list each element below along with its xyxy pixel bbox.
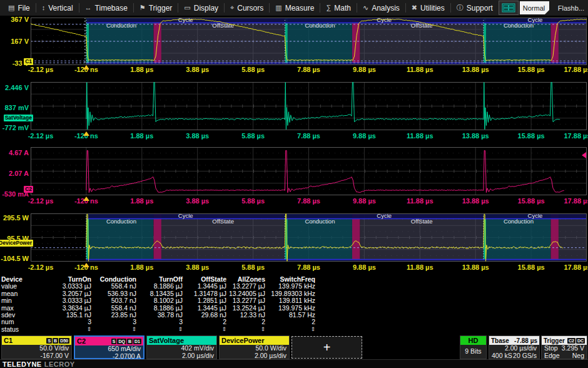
menu-item-vertical[interactable]: ↕Vertical (36, 0, 79, 16)
descriptor-tbase-box[interactable]: Tbase-7.88 µs2.00 µs/div400 kS20 GS/s (489, 335, 540, 359)
x-tick-label: 3.88 µs (176, 263, 220, 272)
display-mode-dropdown[interactable]: Normal (520, 1, 549, 14)
menu-item-file[interactable]: ▤File (3, 0, 36, 16)
hd-bits: 9 Bits (460, 348, 486, 355)
trigger-time-marker[interactable] (83, 197, 89, 201)
svg-text:Cycle: Cycle (178, 213, 193, 219)
table-cell: 38.78 nJ (136, 312, 183, 319)
x-tick-label: 1.88 µs (120, 66, 164, 74)
menu-item-label: Timebase (95, 4, 128, 13)
menu-items: ▤File↕Vertical↔Timebase⚑Trigger▭Display⌖… (0, 0, 499, 16)
menu-item-timebase[interactable]: ↔Timebase (79, 0, 133, 16)
menu-item-label: Trigger (149, 4, 173, 13)
display-mode-value: Normal (523, 4, 545, 12)
menu-item-trigger[interactable]: ⚑Trigger (134, 0, 178, 16)
menu-item-measure[interactable]: ▥Measure (270, 0, 320, 16)
x-tick-label: 11.88 µs (398, 132, 442, 140)
waveform-panel-c1[interactable]: CycleConductionOffStateCycleConductionOf… (31, 18, 587, 65)
channel-tag-c2[interactable]: C2 (24, 186, 33, 193)
x-tick-label: 7.88 µs (287, 263, 331, 272)
tbase-header: Tbase-7.88 µs (489, 336, 539, 345)
add-trace-button[interactable]: + (291, 336, 362, 359)
descriptor-trigger-box[interactable]: TriggerC2DCStop3.295 VEdgeNeg (541, 335, 587, 359)
svg-text:Conduction: Conduction (305, 22, 335, 29)
x-tick-label: 9.88 µs (342, 132, 386, 140)
y-tick-label: 295.5 W (0, 215, 29, 221)
descriptor-value: 2.00 µs/div (147, 352, 216, 360)
math-icon: ∑ (326, 4, 331, 11)
trigger-time-marker[interactable] (83, 65, 89, 69)
waveform-panel-devicepower[interactable]: CycleConductionOffStateCycleConductionOf… (31, 213, 587, 262)
x-axis-row-c2: -2.12 µs-120 ns1.88 µs3.88 µs5.88 µs7.88… (0, 197, 588, 205)
channel-tag-satvoltage[interactable]: SatVoltage (4, 115, 33, 121)
table-cell: 503.7 nJ (91, 297, 136, 304)
channel-tag-c1[interactable]: C1 (24, 58, 33, 65)
utilities-icon: ✖ (412, 4, 417, 11)
descriptor-hd-box[interactable]: HD9 Bits (460, 335, 487, 359)
row-label: min (1, 297, 38, 304)
menu-item-display[interactable]: ▭Display (178, 0, 224, 16)
x-tick-label: 17.88 µs (555, 132, 588, 140)
descriptor-c1-box[interactable]: C1SBD5050.0 V/div-167.00 V (1, 335, 72, 359)
descriptor-c2-box[interactable]: C2SDQBD1650 mA/div-2.0700 A (74, 335, 144, 359)
descriptor-satvoltage-box[interactable]: SatVoltage402 mV/div2.00 µs/div (146, 335, 217, 359)
badge-s: S (111, 339, 117, 344)
x-tick-label: 3.88 µs (176, 132, 220, 140)
descriptor-title: SatVoltage (149, 337, 184, 344)
trigger-time-marker[interactable] (83, 131, 89, 136)
vertical-icon: ↕ (42, 4, 46, 11)
badge-b: B (127, 339, 133, 344)
trigger-level-marker[interactable] (582, 152, 586, 158)
tbase-samples: 400 kS (492, 352, 512, 360)
waveform-panel-c2[interactable] (31, 147, 587, 195)
hd-header: HD (460, 336, 486, 345)
descriptor-badges: SDQBD1 (111, 339, 141, 344)
table-cell: 1.2851 µJ (183, 297, 226, 304)
descriptor-value: 50.0 W/div (220, 345, 289, 352)
badge-s: S (46, 338, 52, 344)
menu-item-utilities[interactable]: ✖Utilities (406, 0, 450, 16)
trigger-time-marker[interactable] (83, 263, 89, 267)
x-tick-label: 17.88 µs (555, 66, 588, 74)
descriptor-value: 50.0 V/div (2, 345, 71, 352)
table-cell: 2 (265, 319, 315, 325)
menu-item-analysis[interactable]: ∿Analysis (357, 0, 405, 16)
flashback-button[interactable]: Flashb... (558, 4, 584, 12)
menu-item-label: Support (467, 4, 493, 13)
x-tick-label: -2.12 µs (19, 66, 63, 74)
menu-item-label: Cursors (237, 4, 263, 13)
menu-item-cursors[interactable]: ⌖Cursors (225, 0, 269, 16)
svg-text:Conduction: Conduction (106, 218, 136, 225)
waveform-panel-satvoltage[interactable] (31, 82, 587, 130)
table-cell: 135.1 nJ (38, 312, 91, 319)
descriptor-value: 650 mA/div (75, 345, 143, 353)
channel-tag-devicepower[interactable]: DevicePower (0, 240, 33, 247)
svg-text:Cycle: Cycle (377, 213, 392, 219)
menu-item-label: Utilities (420, 4, 445, 13)
x-tick-label: 11.88 µs (398, 66, 442, 74)
measurement-table: DeviceTurnOnConductionTurnOffOffStateAll… (1, 276, 315, 333)
y-tick-label: 2.446 V (0, 84, 29, 91)
svg-text:OffState: OffState (411, 22, 433, 29)
table-cell: 12.33 nJ (226, 312, 265, 319)
menu-item-math[interactable]: ∑Math (320, 0, 357, 16)
descriptor-devicepower-box[interactable]: DevicePower50.0 W/div2.00 µs/div (219, 335, 290, 359)
x-tick-label: 9.88 µs (342, 197, 386, 205)
trigger-badges: C2DC (567, 338, 585, 344)
x-tick-label: 13.88 µs (454, 132, 497, 140)
menu-item-support[interactable]: ⓘSupport (451, 0, 499, 16)
status-icon: ⇕ (265, 326, 315, 333)
x-tick-label: 5.88 µs (231, 263, 275, 272)
cursors-icon: ⌖ (230, 4, 234, 11)
svg-text:Cycle: Cycle (377, 18, 392, 23)
x-tick-label: 1.88 µs (120, 263, 164, 272)
menu-bar: ▤File↕Vertical↔Timebase⚑Trigger▭Display⌖… (0, 0, 588, 16)
menu-item-label: Measure (285, 4, 315, 13)
trigger-header: TriggerC2DC (542, 336, 587, 345)
grid-display-button[interactable] (499, 1, 519, 15)
timebase-icon: ↔ (85, 4, 92, 11)
x-tick-label: -2.12 µs (19, 197, 63, 205)
table-cell: 3 (38, 319, 91, 325)
grid-display-icon (502, 3, 515, 13)
svg-text:Conduction: Conduction (504, 218, 534, 225)
